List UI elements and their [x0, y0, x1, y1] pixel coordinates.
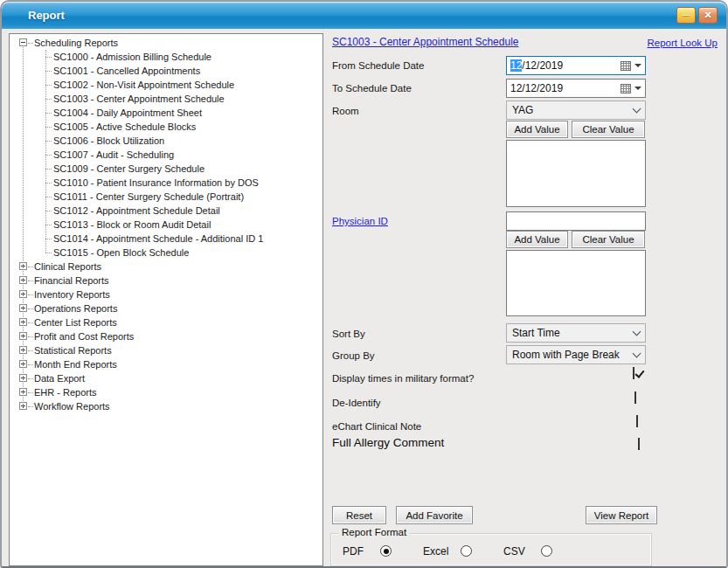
tree-connector — [28, 308, 33, 309]
report-tree[interactable]: Scheduling ReportsSC1000 - Admission Bil… — [9, 33, 323, 566]
tree-item-label: SC1014 - Appointment Schedule - Addition… — [53, 232, 263, 246]
tree-item[interactable]: EHR - Reports — [10, 385, 321, 399]
tree-item[interactable]: SC1011 - Center Surgery Schedule (Portra… — [10, 190, 321, 204]
echart-note-checkbox[interactable] — [636, 415, 638, 427]
tree-item[interactable]: Data Export — [10, 371, 321, 385]
tree-item-label: SC1012 - Appointment Schedule Detail — [53, 204, 220, 218]
tree-connector — [45, 169, 52, 170]
tree-item-label: Scheduling Reports — [34, 36, 118, 50]
tree-item[interactable]: SC1003 - Center Appointment Schedule — [10, 92, 321, 106]
close-button[interactable]: ✕ — [698, 7, 718, 24]
tree-item[interactable]: Financial Reports — [10, 274, 321, 287]
window-title: Report — [28, 2, 65, 29]
tree-item[interactable]: SC1015 - Open Block Schedule — [10, 246, 321, 260]
tree-item[interactable]: Profit and Cost Reports — [10, 329, 321, 343]
military-format-label: Display times in military format? — [332, 373, 474, 384]
tree-connector — [45, 127, 52, 128]
tree-item-label: SC1000 - Admission Billing Schedule — [53, 50, 211, 64]
add-favorite-button[interactable]: Add Favorite — [396, 506, 473, 524]
physician-value-list[interactable] — [506, 250, 646, 316]
tree-item[interactable]: SC1006 - Block Utilization — [10, 134, 321, 148]
tree-connector — [28, 294, 33, 295]
dropdown-arrow-icon[interactable] — [634, 64, 641, 67]
tree-item[interactable]: SC1005 - Active Schedule Blocks — [10, 120, 321, 134]
tree-item-label: Financial Reports — [34, 274, 109, 287]
report-format-option: PDF — [343, 545, 404, 558]
tree-item[interactable]: SC1013 - Block or Room Audit Detail — [10, 218, 321, 232]
group-by-select[interactable]: Room with Page Break — [506, 345, 646, 364]
de-identify-checkbox[interactable] — [634, 391, 636, 404]
tree-item[interactable]: SC1001 - Cancelled Appointments — [10, 64, 321, 78]
room-add-value-button[interactable]: Add Value — [506, 121, 568, 138]
physician-id-input[interactable] — [506, 211, 646, 231]
tree-item-label: SC1004 - Daily Appointment Sheet — [53, 106, 202, 120]
radio-button-excel[interactable] — [461, 545, 472, 557]
tree-connector — [45, 211, 52, 211]
reset-button[interactable]: Reset — [332, 506, 386, 524]
de-identify-label: De-Identify — [332, 398, 381, 408]
tree-item[interactable]: Operations Reports — [10, 301, 321, 315]
tree-connector-line — [23, 47, 24, 406]
military-format-checkbox[interactable] — [633, 367, 634, 379]
tree-connector — [28, 378, 33, 379]
dropdown-arrow-icon[interactable] — [634, 87, 641, 90]
tree-item[interactable]: SC1012 - Appointment Schedule Detail — [10, 204, 321, 218]
tree-connector — [45, 99, 52, 100]
radio-label: PDF — [343, 545, 364, 558]
minus-icon[interactable] — [19, 38, 27, 46]
report-title-link[interactable]: SC1003 - Center Appointment Schedule — [332, 36, 518, 48]
to-date-input[interactable]: 12/12/2019 — [506, 79, 646, 98]
tree-item[interactable]: SC1004 - Daily Appointment Sheet — [10, 106, 321, 120]
room-value-list[interactable] — [506, 140, 646, 207]
physician-clear-value-button[interactable]: Clear Value — [572, 231, 645, 248]
full-allergy-checkbox[interactable] — [638, 438, 640, 450]
tree-item[interactable]: Statistical Reports — [10, 343, 321, 357]
tree-connector — [28, 364, 33, 365]
physician-id-link[interactable]: Physician ID — [332, 216, 388, 226]
tree-item[interactable]: SC1002 - Non-Visit Appointment Schedule — [10, 78, 321, 92]
tree-item[interactable]: Workflow Reports — [10, 399, 321, 413]
report-format-option: CSV — [503, 545, 565, 558]
tree-item[interactable]: SC1014 - Appointment Schedule - Addition… — [10, 232, 321, 246]
from-date-input[interactable]: 12/12/2019 — [506, 56, 646, 75]
radio-button-pdf[interactable] — [380, 545, 392, 557]
minimize-button[interactable]: ─ — [676, 7, 696, 24]
tree-connector — [45, 113, 52, 114]
report-lookup-link[interactable]: Report Look Up — [647, 38, 718, 48]
tree-connector — [45, 141, 52, 142]
tree-item[interactable]: SC1009 - Center Surgery Schedule — [10, 162, 321, 176]
tree-item[interactable]: Inventory Reports — [10, 287, 321, 301]
tree-connector — [45, 253, 52, 253]
tree-item[interactable]: Clinical Reports — [10, 260, 321, 274]
tree-connector — [45, 71, 52, 72]
tree-connector — [45, 239, 52, 239]
sort-by-value: Start Time — [512, 327, 634, 339]
tree-item[interactable]: SC1000 - Admission Billing Schedule — [10, 50, 321, 64]
tree-connector — [28, 43, 33, 44]
calendar-icon[interactable] — [621, 84, 631, 94]
tree-item[interactable]: SC1010 - Patient Insurance Information b… — [10, 176, 321, 190]
tree-item-label: EHR - Reports — [34, 385, 97, 399]
tree-item[interactable]: Scheduling Reports — [10, 36, 321, 50]
radio-button-csv[interactable] — [541, 545, 552, 557]
tree-item[interactable]: Center List Reports — [10, 315, 321, 329]
tree-connector — [45, 57, 52, 58]
tree-item-label: Clinical Reports — [34, 260, 101, 274]
sort-by-select[interactable]: Start Time — [506, 323, 646, 343]
room-clear-value-button[interactable]: Clear Value — [572, 121, 645, 138]
tree-item[interactable]: SC1007 - Audit - Scheduling — [10, 148, 321, 162]
room-select[interactable]: YAG — [506, 100, 646, 120]
calendar-icon[interactable] — [621, 61, 631, 71]
tree-item[interactable]: Month End Reports — [10, 357, 321, 371]
tree-connector — [28, 350, 33, 351]
titlebar: Report ─ ✕ — [2, 2, 726, 29]
tree-item-label: Profit and Cost Reports — [34, 329, 134, 343]
tree-item-label: SC1013 - Block or Room Audit Detail — [53, 218, 211, 232]
physician-add-value-button[interactable]: Add Value — [506, 231, 568, 248]
tree-item-label: Operations Reports — [34, 301, 117, 315]
tree-connector — [28, 281, 33, 281]
report-format-label: Report Format — [338, 527, 410, 537]
tree-connector-line — [45, 50, 46, 253]
tree-connector — [28, 336, 33, 337]
view-report-button[interactable]: View Report — [586, 506, 657, 524]
